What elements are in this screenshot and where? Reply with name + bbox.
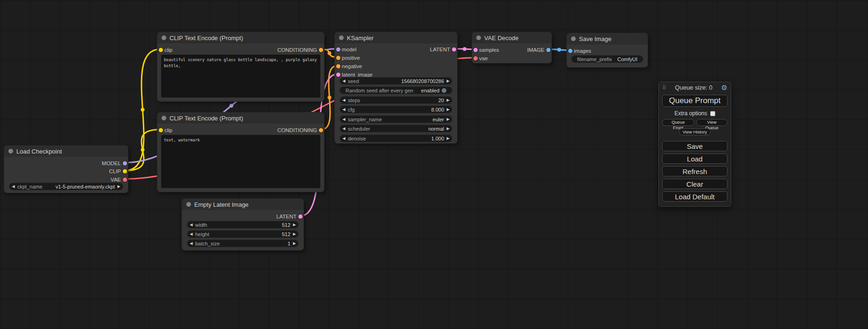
- refresh-button[interactable]: Refresh: [662, 166, 727, 176]
- node-save-image[interactable]: Save Image images filename_prefix ComfyU…: [566, 33, 648, 68]
- arrow-right-icon[interactable]: ▶: [444, 125, 452, 132]
- arrow-right-icon[interactable]: ▶: [115, 183, 123, 190]
- arrow-right-icon[interactable]: ▶: [290, 221, 298, 228]
- arrow-left-icon[interactable]: ◀: [187, 221, 195, 228]
- widget-cfg[interactable]: ◀ cfg 8.000 ▶: [339, 105, 452, 113]
- input-slot-negative: negative: [335, 63, 362, 70]
- collapse-dot-icon[interactable]: [162, 116, 166, 120]
- node-load-checkpoint[interactable]: Load Checkpoint MODEL CLIP VAE ◀ ckpt_na…: [4, 145, 128, 193]
- input-slot-clip: clip: [157, 126, 172, 133]
- node-ksampler[interactable]: KSampler model positive negative latent_…: [334, 32, 458, 144]
- output-slot-latent: LATENT: [430, 46, 457, 53]
- slot-dot-clip[interactable]: [159, 128, 163, 132]
- node-title: CLIP Text Encode (Prompt): [169, 115, 243, 122]
- widget-filename-prefix[interactable]: filename_prefix ComfyUI: [571, 55, 643, 63]
- collapse-dot-icon[interactable]: [339, 35, 344, 40]
- slot-dot-clip[interactable]: [123, 169, 127, 173]
- output-slot-conditioning: CONDITIONING: [277, 126, 324, 133]
- view-history-button[interactable]: View History: [679, 128, 711, 135]
- slot-dot-model[interactable]: [336, 47, 340, 51]
- widget-seed[interactable]: ◀ seed 156680208700286 ▶: [339, 77, 452, 85]
- save-button[interactable]: Save: [662, 141, 727, 151]
- widget-random-seed-toggle[interactable]: Random seed after every gen enabled: [339, 86, 452, 94]
- load-button[interactable]: Load: [662, 154, 727, 164]
- input-slot-samples: samples: [472, 46, 499, 53]
- arrow-right-icon[interactable]: ▶: [444, 97, 452, 104]
- widget-ckpt-name[interactable]: ◀ ckpt_name v1-5-pruned-emaonly.ckpt ▶: [9, 182, 123, 190]
- node-title-bar[interactable]: VAE Decode: [472, 32, 551, 43]
- arrow-right-icon[interactable]: ▶: [290, 231, 298, 238]
- arrow-right-icon[interactable]: ▶: [444, 135, 452, 142]
- slot-dot-latent[interactable]: [298, 214, 303, 218]
- slot-dot-latent[interactable]: [473, 48, 478, 52]
- arrow-right-icon[interactable]: ▶: [444, 77, 452, 84]
- collapse-dot-icon[interactable]: [8, 149, 13, 154]
- slot-dot-conditioning[interactable]: [319, 128, 323, 132]
- output-slot-clip: CLIP: [109, 168, 128, 175]
- load-default-button[interactable]: Load Default: [662, 191, 727, 202]
- widget-batch-size[interactable]: ◀ batch_size 1 ▶: [187, 239, 299, 247]
- toggle-knob-icon[interactable]: [442, 88, 446, 93]
- node-title-bar[interactable]: CLIP Text Encode (Prompt): [157, 32, 324, 43]
- view-queue-button[interactable]: View Queue: [696, 119, 727, 126]
- node-title-bar[interactable]: KSampler: [335, 32, 457, 43]
- slot-dot-image[interactable]: [546, 48, 550, 52]
- queue-front-button[interactable]: Queue Front: [662, 119, 694, 126]
- node-clip-text-encode-negative[interactable]: CLIP Text Encode (Prompt) clip CONDITION…: [157, 112, 325, 192]
- queue-size-label: Queue size: 0: [666, 84, 721, 91]
- slot-dot-conditioning[interactable]: [336, 64, 340, 68]
- prompt-textarea[interactable]: text, watermark: [161, 135, 320, 188]
- drag-handle-icon[interactable]: ⠿: [662, 84, 666, 91]
- wire-midpoint-dot: [328, 51, 332, 55]
- arrow-right-icon[interactable]: ▶: [444, 116, 452, 123]
- collapse-dot-icon[interactable]: [571, 36, 576, 41]
- node-vae-decode[interactable]: VAE Decode samples vae IMAGE: [472, 32, 552, 63]
- arrow-left-icon[interactable]: ◀: [340, 106, 348, 113]
- widget-scheduler[interactable]: ◀ scheduler normal ▶: [339, 125, 452, 133]
- widget-width[interactable]: ◀ width 512 ▶: [187, 221, 299, 229]
- collapse-dot-icon[interactable]: [162, 35, 166, 40]
- node-empty-latent-image[interactable]: Empty Latent Image LATENT ◀ width 512 ▶ …: [182, 198, 304, 251]
- arrow-left-icon[interactable]: ◀: [340, 125, 348, 132]
- slot-dot-clip[interactable]: [159, 48, 163, 52]
- clear-button[interactable]: Clear: [662, 179, 727, 189]
- arrow-left-icon[interactable]: ◀: [340, 77, 348, 84]
- settings-gear-icon[interactable]: ⚙: [721, 84, 727, 92]
- output-slot-conditioning: CONDITIONING: [277, 46, 324, 53]
- widget-denoise[interactable]: ◀ denoise 1.000 ▶: [339, 134, 452, 142]
- extra-options-checkbox[interactable]: [710, 111, 715, 116]
- arrow-left-icon[interactable]: ◀: [340, 116, 348, 123]
- node-clip-text-encode-positive[interactable]: CLIP Text Encode (Prompt) clip CONDITION…: [157, 32, 325, 102]
- slot-dot-model[interactable]: [123, 161, 127, 165]
- node-title-bar[interactable]: Load Checkpoint: [4, 146, 128, 157]
- node-title-bar[interactable]: Save Image: [567, 33, 648, 44]
- collapse-dot-icon[interactable]: [186, 202, 191, 207]
- input-slot-positive: positive: [335, 54, 360, 61]
- slot-dot-latent[interactable]: [336, 72, 340, 77]
- slot-dot-latent[interactable]: [452, 47, 456, 51]
- arrow-left-icon[interactable]: ◀: [340, 135, 348, 142]
- wire-midpoint-dot: [557, 48, 561, 52]
- output-slot-image: IMAGE: [527, 46, 551, 53]
- wire-midpoint-dot: [230, 104, 233, 108]
- arrow-left-icon[interactable]: ◀: [187, 240, 195, 247]
- node-title-bar[interactable]: CLIP Text Encode (Prompt): [157, 112, 324, 124]
- slot-dot-conditioning[interactable]: [319, 48, 323, 52]
- slot-dot-vae[interactable]: [123, 177, 127, 182]
- arrow-right-icon[interactable]: ▶: [444, 106, 452, 113]
- slot-dot-vae[interactable]: [473, 56, 478, 60]
- arrow-left-icon[interactable]: ◀: [340, 97, 348, 104]
- node-title: Save Image: [579, 35, 611, 42]
- prompt-textarea[interactable]: beautiful scenery nature glass bottle la…: [161, 55, 320, 98]
- slot-dot-image[interactable]: [568, 49, 572, 53]
- widget-steps[interactable]: ◀ steps 20 ▶: [339, 96, 452, 104]
- collapse-dot-icon[interactable]: [476, 35, 481, 40]
- slot-dot-conditioning[interactable]: [336, 56, 340, 60]
- queue-prompt-button[interactable]: Queue Prompt: [662, 95, 727, 107]
- arrow-left-icon[interactable]: ◀: [9, 183, 17, 190]
- widget-sampler-name[interactable]: ◀ sampler_name euler ▶: [339, 115, 452, 123]
- node-title-bar[interactable]: Empty Latent Image: [182, 199, 303, 210]
- widget-height[interactable]: ◀ height 512 ▶: [187, 230, 299, 238]
- arrow-left-icon[interactable]: ◀: [187, 231, 195, 238]
- arrow-right-icon[interactable]: ▶: [290, 240, 298, 247]
